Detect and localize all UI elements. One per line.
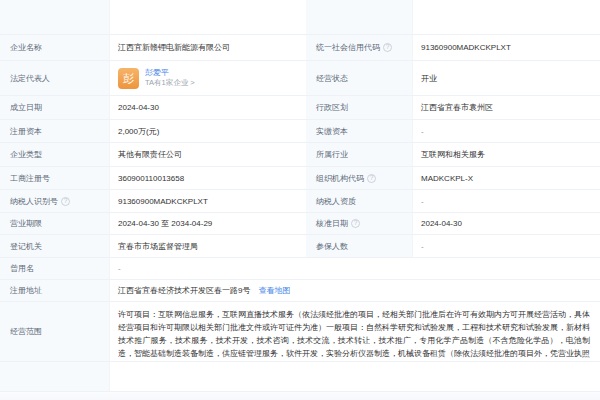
label-taxpayer-id: 纳税人识别号 ? <box>0 190 110 213</box>
value-district: 江西省宜春市袁州区 <box>413 96 600 120</box>
value-establish-date: 2024-04-30 <box>110 96 306 120</box>
value-reg-number: 360900110013658 <box>110 167 306 190</box>
empty-value-cell <box>110 362 600 392</box>
value-company-name: 江西宜新赣锂电新能源有限公司 <box>110 35 306 61</box>
value-industry: 互联网和相关服务 <box>413 143 600 167</box>
table-row: 法定代表人 彭 彭爱平 TA有1家企业> 经营状态 开业 <box>0 61 600 96</box>
value-business-scope: 许可项目：互联网信息服务，互联网直播技术服务（依法须经批准的项目，经相关部门批准… <box>110 302 600 362</box>
table-row: 经营范围 许可项目：互联网信息服务，互联网直播技术服务（依法须经批准的项目，经相… <box>0 302 600 362</box>
chevron-right-icon: > <box>190 78 194 87</box>
help-icon[interactable]: ? <box>383 43 392 52</box>
label-insured-count: 参保人数 <box>306 235 413 258</box>
label-org-code-text: 组织机构代码 <box>316 173 364 184</box>
legal-rep-companies-link[interactable]: TA有1家企业> <box>145 78 195 87</box>
value-org-code: MADKCKPL-X <box>413 167 600 190</box>
help-icon[interactable]: ? <box>351 219 360 228</box>
label-status: 经营状态 <box>306 61 413 96</box>
value-reg-capital: 2,000万(元) <box>110 120 306 143</box>
label-company-type: 企业类型 <box>0 143 110 167</box>
table-row: 曾用名 - <box>0 258 600 280</box>
legal-rep-card: 彭 彭爱平 TA有1家企业> <box>118 68 195 89</box>
empty-value-cell <box>110 0 306 35</box>
label-establish-date: 成立日期 <box>0 96 110 120</box>
legal-rep-lines: 彭爱平 TA有1家企业> <box>145 68 195 87</box>
value-insured-count: - <box>413 235 600 258</box>
label-industry: 所属行业 <box>306 143 413 167</box>
label-legal-rep: 法定代表人 <box>0 61 110 96</box>
table-row-partial-bottom <box>0 362 600 392</box>
legal-rep-name-link[interactable]: 彭爱平 <box>145 68 195 78</box>
label-reg-address: 注册地址 <box>0 280 110 302</box>
label-business-scope: 经营范围 <box>0 302 110 362</box>
legal-rep-sub-text: TA有1家企业 <box>145 78 188 87</box>
table-row: 营业期限 2024-04-30 至 2034-04-29 核准日期 ? 2024… <box>0 213 600 235</box>
label-taxpayer-qualification: 纳税人资质 <box>306 190 413 213</box>
table-row: 注册地址 江西省宜春经济技术开发区春一路9号 查看地图 <box>0 280 600 302</box>
label-approval-date-text: 核准日期 <box>316 218 348 229</box>
help-icon[interactable]: ? <box>61 197 70 206</box>
label-paid-capital: 实缴资本 <box>306 120 413 143</box>
table-row-partial-top <box>0 0 600 35</box>
value-taxpayer-id: 91360900MADKCKPLXT <box>110 190 306 213</box>
table-row: 企业类型 其他有限责任公司 所属行业 互联网和相关服务 <box>0 143 600 167</box>
reg-address-text: 江西省宜春经济技术开发区春一路9号 <box>118 285 250 296</box>
value-company-type: 其他有限责任公司 <box>110 143 306 167</box>
label-approval-date: 核准日期 ? <box>306 213 413 235</box>
label-taxpayer-id-text: 纳税人识别号 <box>10 196 58 207</box>
table-row: 注册资本 2,000万(元) 实缴资本 - <box>0 120 600 143</box>
label-reg-number: 工商注册号 <box>0 167 110 190</box>
value-credit-code: 91360900MADKCKPLXT <box>413 35 600 61</box>
table-row: 登记机关 宜春市市场监督管理局 参保人数 - <box>0 235 600 258</box>
label-registration-authority: 登记机关 <box>0 235 110 258</box>
legal-rep-avatar[interactable]: 彭 <box>118 68 139 89</box>
table-row: 企业名称 江西宜新赣锂电新能源有限公司 统一社会信用代码 ? 91360900M… <box>0 35 600 61</box>
view-map-link[interactable]: 查看地图 <box>258 285 290 296</box>
label-business-term: 营业期限 <box>0 213 110 235</box>
label-credit-code-text: 统一社会信用代码 <box>316 42 380 53</box>
value-taxpayer-qualification: - <box>413 190 600 213</box>
table-row: 工商注册号 360900110013658 组织机构代码 ? MADKCKPL-… <box>0 167 600 190</box>
empty-value-cell <box>413 0 600 35</box>
label-company-name: 企业名称 <box>0 35 110 61</box>
empty-label-cell <box>306 0 413 35</box>
value-paid-capital: - <box>413 120 600 143</box>
table-row: 纳税人识别号 ? 91360900MADKCKPLXT 纳税人资质 - <box>0 190 600 213</box>
value-reg-address: 江西省宜春经济技术开发区春一路9号 查看地图 <box>110 280 600 302</box>
value-status: 开业 <box>413 61 600 96</box>
value-legal-rep: 彭 彭爱平 TA有1家企业> <box>110 61 306 96</box>
bottom-cutoff-strip <box>0 392 600 400</box>
label-org-code: 组织机构代码 ? <box>306 167 413 190</box>
label-credit-code: 统一社会信用代码 ? <box>306 35 413 61</box>
label-reg-capital: 注册资本 <box>0 120 110 143</box>
table-row: 成立日期 2024-04-30 行政区划 江西省宜春市袁州区 <box>0 96 600 120</box>
label-district: 行政区划 <box>306 96 413 120</box>
value-registration-authority: 宜春市市场监督管理局 <box>110 235 306 258</box>
label-former-name: 曾用名 <box>0 258 110 280</box>
value-approval-date: 2024-04-30 <box>413 213 600 235</box>
company-info-table: 企业名称 江西宜新赣锂电新能源有限公司 统一社会信用代码 ? 91360900M… <box>0 0 600 400</box>
value-former-name: - <box>110 258 600 280</box>
empty-label-cell <box>0 362 110 392</box>
value-business-term: 2024-04-30 至 2034-04-29 <box>110 213 306 235</box>
help-icon[interactable]: ? <box>367 174 376 183</box>
empty-label-cell <box>0 0 110 35</box>
